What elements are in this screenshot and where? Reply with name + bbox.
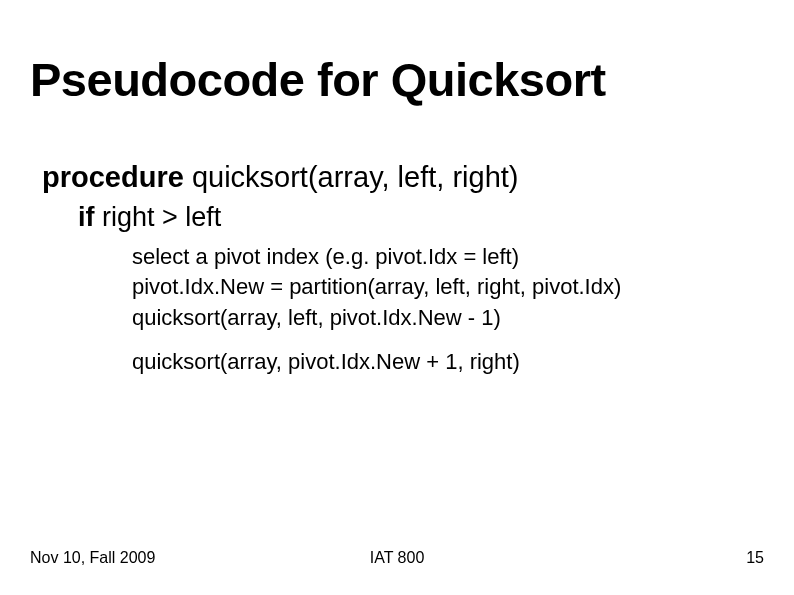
- code-line: quicksort(array, left, pivot.Idx.New - 1…: [132, 304, 752, 333]
- keyword-if: if: [78, 202, 95, 232]
- slide: Pseudocode for Quicksort procedure quick…: [0, 0, 794, 595]
- slide-body: procedure quicksort(array, left, right) …: [42, 160, 752, 379]
- footer-course: IAT 800: [0, 549, 794, 567]
- if-line: if right > left: [78, 201, 752, 235]
- footer-page-number: 15: [746, 549, 764, 567]
- if-condition: right > left: [95, 202, 222, 232]
- procedure-line: procedure quicksort(array, left, right): [42, 160, 752, 195]
- code-gap: [132, 334, 752, 348]
- keyword-procedure: procedure: [42, 161, 184, 193]
- code-line: pivot.Idx.New = partition(array, left, r…: [132, 273, 752, 302]
- code-block: select a pivot index (e.g. pivot.Idx = l…: [132, 243, 752, 377]
- code-line: quicksort(array, pivot.Idx.New + 1, righ…: [132, 348, 752, 377]
- procedure-signature: quicksort(array, left, right): [184, 161, 519, 193]
- slide-title: Pseudocode for Quicksort: [30, 52, 606, 107]
- code-line: select a pivot index (e.g. pivot.Idx = l…: [132, 243, 752, 272]
